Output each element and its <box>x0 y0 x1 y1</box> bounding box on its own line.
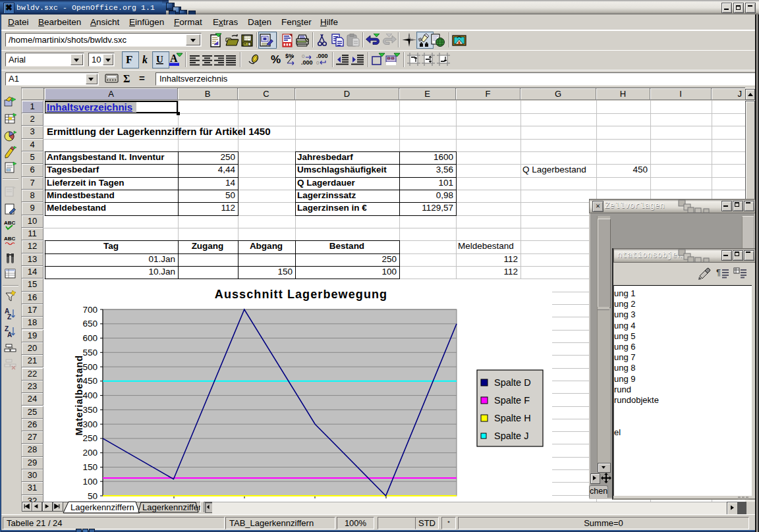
svg-text:Σ: Σ <box>123 73 130 84</box>
svg-text:550: 550 <box>82 348 98 358</box>
svg-text:Ausschnitt Lagerbewegung: Ausschnitt Lagerbewegung <box>215 288 387 301</box>
svg-text:%: % <box>271 53 281 66</box>
svg-text:100: 100 <box>82 477 98 487</box>
svg-text:ABC: ABC <box>4 236 16 242</box>
svg-text:ABC: ABC <box>4 220 16 226</box>
svg-text:200: 200 <box>82 448 98 458</box>
svg-text:=: = <box>139 72 145 84</box>
svg-text:650: 650 <box>82 319 98 329</box>
svg-text:A: A <box>7 331 12 338</box>
svg-text:500: 500 <box>82 362 98 372</box>
svg-text:50: 50 <box>88 491 98 501</box>
svg-text:Lagerkennziffern: Lagerkennziffern <box>70 502 134 512</box>
svg-text:Z: Z <box>7 313 11 321</box>
svg-text:350: 350 <box>82 405 98 415</box>
svg-text:k: k <box>142 54 148 65</box>
svg-text:450: 450 <box>82 376 98 386</box>
svg-text:150: 150 <box>82 462 98 472</box>
svg-text:¶: ¶ <box>716 267 721 277</box>
svg-text:Spalte J: Spalte J <box>494 431 528 441</box>
svg-text:A: A <box>170 53 178 64</box>
svg-text:Spalte F: Spalte F <box>494 395 530 406</box>
svg-text:.000: .000 <box>301 59 313 66</box>
svg-text:Lagerkennziffern: Lagerkennziffern <box>142 502 200 512</box>
svg-text:400: 400 <box>82 390 98 400</box>
svg-text:Materialbestand: Materialbestand <box>74 355 84 435</box>
svg-text:0: 0 <box>302 53 305 59</box>
svg-text:700: 700 <box>82 305 98 315</box>
svg-text:$%: $% <box>285 53 294 59</box>
svg-text:300: 300 <box>82 419 98 429</box>
svg-text:F: F <box>126 53 132 66</box>
svg-text:250: 250 <box>82 433 98 443</box>
svg-text:.000: .000 <box>316 53 328 59</box>
svg-text:Spalte H: Spalte H <box>494 413 531 423</box>
svg-text:Spalte D: Spalte D <box>494 377 531 388</box>
svg-text:600: 600 <box>82 333 98 343</box>
svg-text:0: 0 <box>316 60 320 66</box>
svg-text:U: U <box>156 54 163 65</box>
